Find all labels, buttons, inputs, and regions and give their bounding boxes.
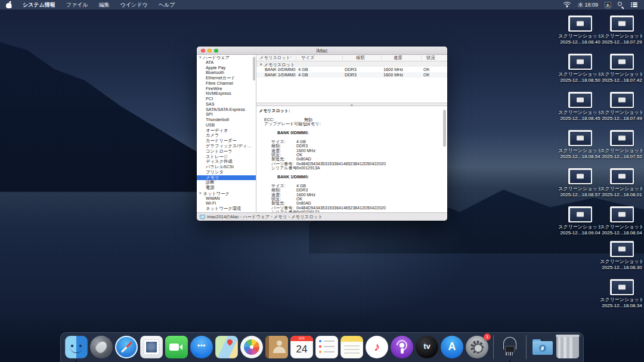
desktop-icon-screenshot[interactable]: スクリーンショット2025-12...18.07.52: [600, 130, 644, 160]
column-header-サイズ[interactable]: サイズ: [301, 55, 314, 61]
dock-icon-notes[interactable]: [340, 335, 364, 360]
dock-icon-facetime[interactable]: [165, 335, 188, 360]
dock-separator: [526, 335, 527, 359]
dock-icon-mail[interactable]: [140, 335, 163, 360]
sidebar-label: 電源: [206, 185, 215, 190]
sidebar-item-ネットワーク環境[interactable]: ネットワーク環境: [197, 206, 256, 212]
desktop-icon-screenshot[interactable]: スクリーンショット2025-12...18.08.50: [558, 54, 602, 83]
table-row-BANK 1/DIMM0[interactable]: BANK 1/DIMM04 GBDDR31600 MHzOK: [256, 72, 447, 78]
dock-icon-safari[interactable]: [114, 335, 138, 360]
blank-line: [259, 126, 441, 131]
desktop-icon-label: スクリーンショット2025-12...18.07.42: [600, 72, 644, 83]
detail-row: パーツ番号:0x484D54343531533641465238412D5042…: [259, 162, 441, 166]
desktop-icon-screenshot[interactable]: スクリーンショット2025-12...18.08.34: [600, 279, 644, 309]
sidebar-label: Fibre Channel: [206, 81, 233, 86]
dock-icon-launchpad[interactable]: [89, 335, 113, 360]
breadcrumb-item-0[interactable]: imac2014のMac: [207, 214, 239, 220]
desktop-icon-screenshot[interactable]: スクリーンショット2025-12...18.08.01: [600, 168, 644, 198]
breadcrumb-separator: ›: [288, 214, 289, 219]
detail-value: はい: [304, 122, 312, 126]
menu-item-2[interactable]: 編集: [94, 0, 115, 10]
desktop-icon-screenshot[interactable]: スクリーンショット2025-12...18.08.04: [600, 206, 644, 236]
dock-icon-trash[interactable]: [556, 335, 580, 360]
apple-menu-icon[interactable]: [6, 1, 13, 8]
thumbnail-window: [618, 284, 626, 289]
sidebar-label: Ethernetカード: [206, 75, 236, 81]
wifi-icon[interactable]: [563, 2, 571, 8]
menu-item-4[interactable]: ヘルプ: [153, 0, 181, 10]
dock-icon-reminders[interactable]: [315, 335, 339, 360]
window-titlebar[interactable]: iMac: [197, 47, 447, 55]
dock-icon-sysinfo[interactable]: [498, 335, 522, 360]
label-line1: スクリーンショット: [600, 148, 644, 154]
zoom-button[interactable]: [214, 49, 218, 53]
breadcrumb-item-3[interactable]: メモリスロット: [291, 214, 323, 220]
dock-icon-photos[interactable]: [240, 335, 264, 360]
column-header-メモリスロット[interactable]: メモリスロット: [259, 55, 290, 61]
spotlight-icon[interactable]: [618, 2, 624, 8]
table-header[interactable]: メモリスロットサイズ種類速度状況ˆ: [256, 55, 447, 61]
sidebar-scrollbar[interactable]: [253, 57, 255, 81]
detail-row: ECC:無効: [259, 117, 441, 122]
thumbnail-window: [618, 97, 626, 102]
downloads-icon: [531, 336, 554, 358]
close-button[interactable]: [201, 49, 205, 53]
notification-center-icon[interactable]: [631, 2, 638, 8]
thumbnail-content: [612, 132, 633, 145]
column-header-速度[interactable]: 速度: [394, 55, 402, 61]
thumbnail-window: [577, 135, 584, 140]
desktop-icon-label: スクリーンショット2025-12...18.07.29: [600, 33, 644, 45]
dock-icon-finder[interactable]: [64, 335, 88, 360]
dock-icon-appstore[interactable]: A: [440, 335, 464, 360]
dock-icon-messages[interactable]: •••: [190, 335, 213, 360]
column-header-状況[interactable]: 状況: [426, 55, 435, 61]
dock-icon-contacts[interactable]: [265, 335, 289, 360]
desktop-icon-screenshot[interactable]: スクリーンショット2025-12...18.08.57: [558, 168, 602, 198]
disclosure-triangle-icon[interactable]: ▼: [199, 55, 202, 59]
table-body: ▼メモリスロットBANK 0/DIMM04 GBDDR31600 MHzOKBA…: [256, 61, 447, 78]
messages-icon: •••: [190, 336, 213, 358]
table-row-BANK 0/DIMM0[interactable]: BANK 0/DIMM04 GBDDR31600 MHzOK: [256, 67, 447, 72]
input-source-icon[interactable]: あ: [605, 2, 611, 8]
desktop-icon-label: スクリーンショット2025-12...18.08.50: [558, 72, 602, 83]
dock-icon-sysprefs[interactable]: 1: [465, 335, 489, 360]
desktop-icon-screenshot[interactable]: スクリーンショット2025-12...18.07.29: [600, 16, 644, 45]
breadcrumb-separator: ›: [271, 214, 272, 219]
disclosure-triangle-icon[interactable]: ▼: [199, 191, 202, 195]
dock-icon-music[interactable]: ♪: [365, 335, 389, 360]
label-line2: 2025-12...18.08.01: [600, 192, 644, 198]
desktop-icon-screenshot[interactable]: スクリーンショット2025-12...18.07.42: [600, 54, 644, 83]
detail-label: 速度:: [271, 193, 296, 197]
thumbnail-content: [570, 55, 591, 69]
detail-row: シリアル番号:0x0012913A: [259, 166, 441, 170]
desktop-icon-screenshot[interactable]: スクリーンショット2025-12...18.09.04: [558, 206, 602, 236]
detail-scrollbar[interactable]: [443, 110, 446, 147]
calendar-icon: 12月24: [290, 336, 313, 358]
sidebar-label: Bluetooth: [206, 70, 224, 75]
menu-bar-clock[interactable]: 水 18:09: [578, 1, 598, 9]
disclosure-triangle-icon[interactable]: ▼: [259, 63, 262, 66]
menu-item-app[interactable]: システム情報: [17, 0, 61, 10]
desktop-icon-screenshot[interactable]: スクリーンショット2025-12...18.07.49: [600, 92, 644, 122]
detail-label: 状況:: [271, 197, 296, 201]
desktop-icon-screenshot[interactable]: スクリーンショット2025-12...18.08.30: [600, 241, 644, 271]
label-line2: 2025-12...18.08.30: [600, 265, 644, 271]
table-group-row[interactable]: ▼メモリスロット: [256, 61, 447, 67]
sidebar-label: ATA: [206, 60, 213, 65]
menu-item-1[interactable]: ファイル: [61, 0, 94, 10]
dock-icon-calendar[interactable]: 12月24: [290, 335, 314, 360]
dock-icon-podcasts[interactable]: [390, 335, 414, 360]
desktop-icon-screenshot[interactable]: スクリーンショット2025-12...18.08.40: [558, 16, 602, 45]
breadcrumb-item-1[interactable]: ハードウェア: [243, 214, 270, 220]
menu-item-3[interactable]: ウインドウ: [115, 0, 153, 10]
dock-icon-maps[interactable]: [215, 335, 239, 360]
breadcrumb-item-2[interactable]: メモリ: [274, 214, 287, 220]
dock-icon-tv[interactable]: tv: [415, 335, 439, 360]
column-header-種類[interactable]: 種類: [356, 55, 365, 61]
minimize-button[interactable]: [208, 49, 212, 53]
desktop-icon-screenshot[interactable]: スクリーンショット2025-12...18.08.45: [558, 92, 602, 122]
dock-icon-downloads[interactable]: [531, 335, 555, 360]
desktop-icon-label: スクリーンショット2025-12...18.08.30: [600, 259, 644, 271]
sidebar-label: SAS: [206, 101, 215, 107]
desktop-icon-screenshot[interactable]: スクリーンショット2025-12...18.08.54: [558, 130, 602, 160]
